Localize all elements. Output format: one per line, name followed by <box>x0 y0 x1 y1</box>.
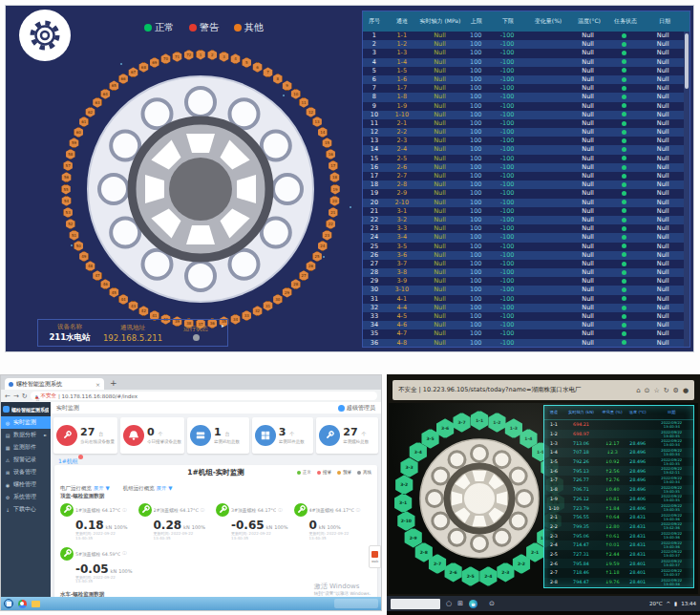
floating-widget[interactable]: web <box>369 545 381 568</box>
device-info-box: 设备名称 211水电站 通讯地址 192.168.5.211 运行状态 ▸ <box>37 319 228 347</box>
table-row[interactable]: 314-1Null100-100NullNull <box>363 295 684 304</box>
system-tray[interactable] <box>334 599 378 608</box>
photo-cell: 792.26 <box>563 459 600 464</box>
table-row[interactable]: 172-7Null100-100NullNull <box>363 172 684 180</box>
sidebar-item-3[interactable]: ▦监测部件 <box>1 441 51 454</box>
photo-system-tray[interactable]: 20°C ^ ▮ 13:44 <box>649 601 696 606</box>
table-row[interactable]: 81-8Null100-100NullNull <box>363 93 684 101</box>
explorer-taskbar-icon[interactable] <box>31 599 40 608</box>
table-row[interactable]: 142-4Null100-100NullNull <box>363 145 684 154</box>
scrollbar-thumb[interactable] <box>685 33 689 89</box>
table-row[interactable]: 364-8Null100-100NullNull <box>363 339 684 347</box>
table-row[interactable]: 223-2Null100-100NullNull <box>363 216 684 224</box>
address-bar[interactable]: ▲ 不安全 | 10.178.116.16:8080/#/index ☆ <box>31 392 377 400</box>
table-row[interactable]: 11-1Null100-100NullNull <box>363 32 684 40</box>
table-row[interactable]: 91-9Null100-100NullNull <box>363 102 684 111</box>
reload-icon[interactable]: ↻ <box>22 392 28 400</box>
cortana-icon[interactable]: ○ <box>446 601 452 607</box>
table-row[interactable]: 71-7Null100-100NullNull <box>363 84 684 93</box>
tab-close-icon[interactable]: × <box>95 381 100 388</box>
sidebar-item-6[interactable]: ◉螺栓管理 <box>1 478 51 491</box>
table-row[interactable]: 192-9Null100-100NullNull <box>363 189 684 198</box>
breadcrumb: 实时监测 <box>56 404 79 413</box>
table-row[interactable]: 334-5Null100-100NullNull <box>363 312 684 321</box>
table-row[interactable]: 303-10Null100-100NullNull <box>363 286 684 294</box>
photo-cell: 28.431 <box>626 515 650 520</box>
refresh-icon[interactable]: ↻ <box>664 387 669 394</box>
sidebar-item-8[interactable]: ↓下载中心 <box>1 503 51 516</box>
info-icon[interactable]: ⓘ <box>356 508 361 513</box>
sidebar-item-5[interactable]: ⊞设备管理 <box>1 466 51 478</box>
cell: Null <box>570 277 606 286</box>
expand-button[interactable]: 展开 ▼ <box>156 485 172 491</box>
table-row[interactable]: 273-7Null100-100NullNull <box>363 260 684 268</box>
sidebar-item-7[interactable]: ⚙系统管理 <box>1 491 51 503</box>
info-icon[interactable]: ⓘ <box>122 508 127 513</box>
photo-address-bar[interactable]: 不安全 | 10.223.96.105/stats/today?name=湖南株… <box>392 380 694 400</box>
table-row[interactable]: 293-9Null100-100NullNull <box>363 277 684 286</box>
table-row[interactable]: 132-3Null100-100NullNull <box>363 137 684 145</box>
sensor-card: 5#顶盖螺栓 64.59°Cⓘ-0.05kN100%更新时间: 2022-09-… <box>60 545 138 589</box>
table-row[interactable]: 122-2Null100-100NullNull <box>363 128 684 137</box>
table-row[interactable]: 213-1Null100-100NullNull <box>363 207 684 216</box>
browser-tab[interactable]: 螺栓智能监测系统 × <box>5 378 104 390</box>
zoom-icon[interactable]: ⌂ <box>636 387 640 394</box>
table-scrollbar[interactable] <box>684 32 689 347</box>
search-icon[interactable]: ⊙ <box>645 387 650 394</box>
status-cell <box>606 339 643 347</box>
table-row[interactable]: 202-10Null100-100NullNull <box>363 199 684 207</box>
table-row[interactable]: 101-10Null100-100NullNull <box>363 111 684 119</box>
photo-cell: ↓2.3 <box>599 450 626 455</box>
forward-icon[interactable]: → <box>13 392 19 400</box>
table-row[interactable]: 112-1Null100-100NullNull <box>363 119 684 128</box>
table-row[interactable]: 283-8Null100-100NullNull <box>363 268 684 277</box>
chrome-taskbar-icon[interactable] <box>17 599 27 608</box>
profile-icon[interactable]: ● <box>683 387 689 394</box>
table-row[interactable]: 233-3Null100-100NullNull <box>363 224 684 233</box>
info-icon[interactable]: ⓘ <box>122 551 127 556</box>
tray-expand-icon[interactable]: ^ <box>667 601 671 606</box>
photo-cell: ↓0.92 <box>599 459 626 464</box>
cell: 7 <box>363 84 386 93</box>
edge-icon[interactable]: e <box>469 600 477 608</box>
table-row[interactable]: 61-6Null100-100NullNull <box>363 75 684 84</box>
taskbar-search-input[interactable] <box>391 599 440 609</box>
expand-button[interactable]: 展开 ▼ <box>94 485 110 491</box>
favorites-icon[interactable]: ☆ <box>653 387 659 394</box>
bookmark-star-icon[interactable]: ☆ <box>35 395 37 397</box>
search-app-icon[interactable]: ⊙ <box>489 601 495 607</box>
settings-icon[interactable]: ⚙ <box>673 387 679 394</box>
table-row[interactable]: 21-2Null100-100NullNull <box>363 40 684 49</box>
info-icon[interactable]: ⓘ <box>201 508 205 513</box>
table-row[interactable]: 354-7Null100-100NullNull <box>363 329 684 338</box>
table-row[interactable]: 253-5Null100-100NullNull <box>363 243 684 251</box>
table-row[interactable]: 31-3Null100-100NullNull <box>363 49 684 57</box>
sidebar-item-4[interactable]: ⚠报警记录 <box>1 454 51 466</box>
info-box-expand-arrow[interactable]: ▸ <box>222 322 224 329</box>
cell: Null <box>570 84 606 93</box>
task-view-icon[interactable]: ⊞ <box>457 601 463 607</box>
user-menu[interactable]: 超级管理员 <box>338 404 375 413</box>
table-row[interactable]: 344-6Null100-100NullNull <box>363 321 684 329</box>
photo-cell: ↑1.84 <box>599 506 626 511</box>
table-row[interactable]: 152-5Null100-100NullNull <box>363 155 684 163</box>
photo-cell: 1-8 <box>544 487 563 492</box>
table-row[interactable]: 324-4Null100-100NullNull <box>363 304 684 312</box>
table-row[interactable]: 41-4Null100-100NullNull <box>363 58 684 67</box>
start-button[interactable] <box>4 599 13 608</box>
sidebar-item-2[interactable]: ▤数据分析► <box>1 429 51 441</box>
cell: Null <box>570 243 606 251</box>
cell: -100 <box>490 304 524 312</box>
sidebar-item-1[interactable]: ◎实时监测 <box>1 416 51 429</box>
info-icon[interactable]: ⓘ <box>278 508 283 513</box>
sensor-value: 0 <box>309 519 317 532</box>
new-tab-button[interactable]: + <box>110 378 117 388</box>
cell: Null <box>570 233 606 242</box>
cell: Null <box>418 207 462 216</box>
table-row[interactable]: 51-5Null100-100NullNull <box>363 67 684 75</box>
table-row[interactable]: 182-8Null100-100NullNull <box>363 180 684 189</box>
table-row[interactable]: 162-6Null100-100NullNull <box>363 163 684 172</box>
table-row[interactable]: 263-6Null100-100NullNull <box>363 251 684 260</box>
table-row[interactable]: 243-4Null100-100NullNull <box>363 233 684 242</box>
back-icon[interactable]: ← <box>5 392 11 400</box>
